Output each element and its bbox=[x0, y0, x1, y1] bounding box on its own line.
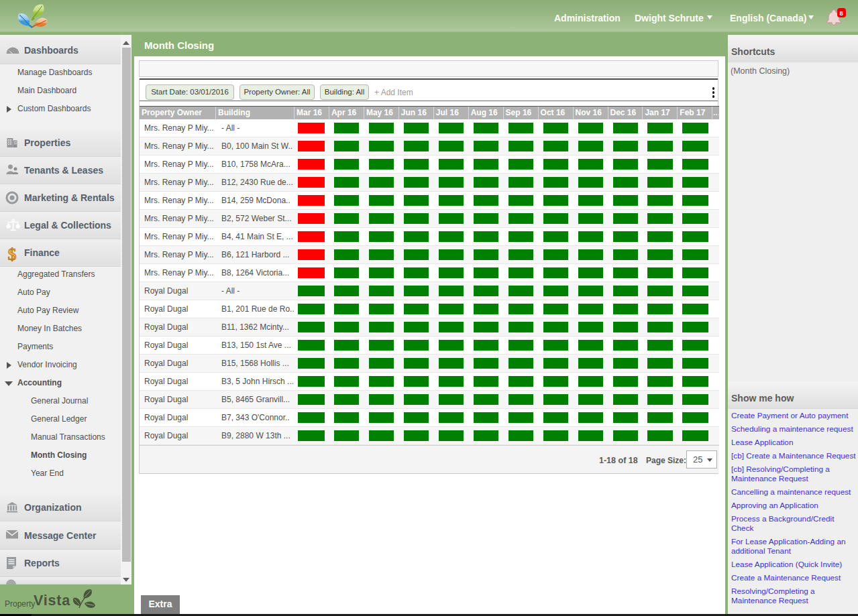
svg-text:$: $ bbox=[8, 246, 17, 263]
